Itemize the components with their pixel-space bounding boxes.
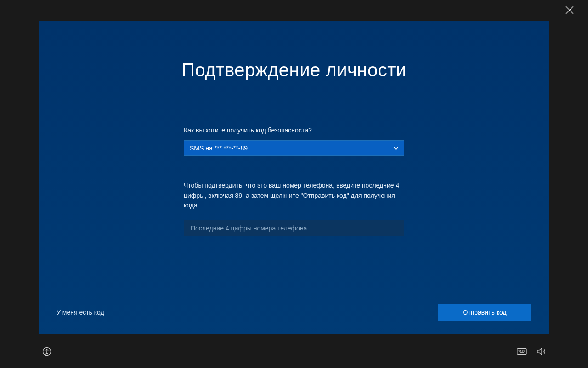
chevron-down-icon xyxy=(393,145,399,151)
have-code-link[interactable]: У меня есть код xyxy=(57,309,104,316)
keyboard-button[interactable] xyxy=(517,346,527,356)
ease-of-access-icon xyxy=(42,346,52,356)
form-column: Как вы хотите получить код безопасности?… xyxy=(184,126,404,236)
svg-point-3 xyxy=(46,349,48,351)
verification-method-value: SMS на *** ***-**-89 xyxy=(190,144,248,152)
ease-of-access-button[interactable] xyxy=(42,346,52,356)
panel-footer: У меня есть код Отправить код xyxy=(57,304,531,321)
keyboard-icon xyxy=(517,348,527,355)
verification-method-select[interactable]: SMS на *** ***-**-89 xyxy=(184,140,404,156)
oobe-panel: Подтверждение личности Как вы хотите пол… xyxy=(39,21,549,334)
last4-input-wrapper[interactable] xyxy=(184,220,404,236)
oobe-taskbar xyxy=(39,343,549,360)
instructions-text: Чтобы подтвердить, что это ваш номер тел… xyxy=(184,181,404,211)
close-button[interactable] xyxy=(565,6,574,15)
page-title: Подтверждение личности xyxy=(39,60,549,80)
close-icon xyxy=(565,6,574,15)
svg-rect-4 xyxy=(517,349,526,355)
send-code-button[interactable]: Отправить код xyxy=(438,304,531,321)
volume-icon xyxy=(536,346,546,356)
method-label: Как вы хотите получить код безопасности? xyxy=(184,126,404,134)
last4-input[interactable] xyxy=(190,224,398,232)
volume-button[interactable] xyxy=(536,346,546,356)
